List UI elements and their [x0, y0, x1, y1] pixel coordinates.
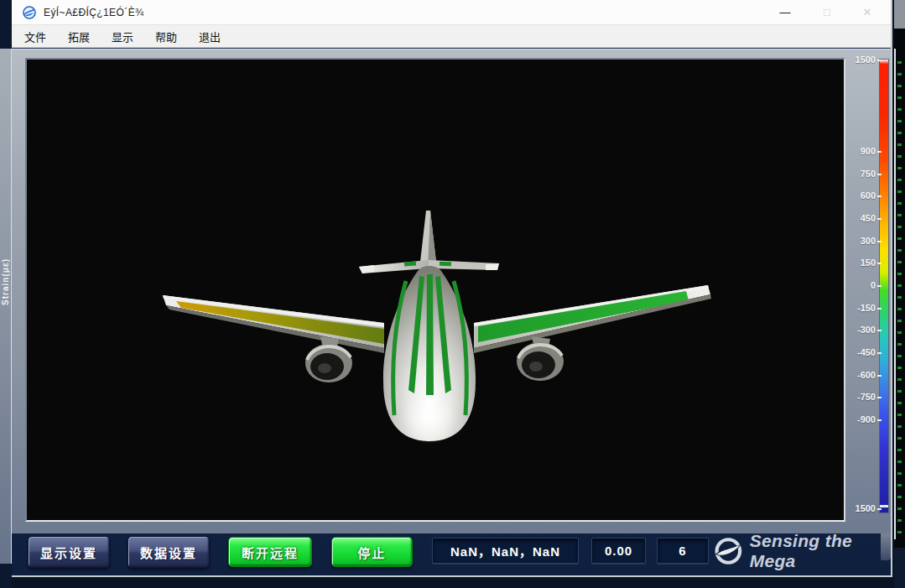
- sensing-logo-icon: [713, 534, 744, 568]
- menu-item-extend[interactable]: 拓展: [59, 26, 99, 47]
- menu-item-file[interactable]: 文件: [15, 26, 55, 47]
- brand-logo: Sensing the Mega: [713, 533, 891, 569]
- engine-right: [517, 336, 564, 381]
- colorbar-tick: 600: [849, 190, 876, 200]
- colorbar-tick: -150: [849, 303, 876, 313]
- colorbar-tick: 150: [849, 258, 876, 268]
- viewer-panel: [12, 49, 891, 533]
- strain-colorbar: 1500 900 750 600 450 300 150 0 -150 -300…: [849, 49, 891, 533]
- display-settings-button[interactable]: 显示设置: [28, 536, 110, 568]
- colorbar-tick: 0: [849, 280, 876, 290]
- colorbar-tick: 450: [849, 213, 876, 223]
- maximize-button[interactable]: □: [809, 0, 845, 25]
- menu-item-display[interactable]: 显示: [102, 26, 143, 47]
- app-window: EýÍ~A£ĐÍÇ¿1EÓ´È¾ — □ ✕ 文件 拓展 显示 帮助 退出: [12, 0, 892, 577]
- menu-item-exit[interactable]: 退出: [190, 26, 230, 47]
- disconnect-remote-button[interactable]: 断开远程: [228, 537, 312, 567]
- background-green-trace: [897, 52, 902, 534]
- screen: Strain(με) EýÍ~A£ĐÍÇ¿1EÓ´È¾ — □ ✕ 文件 拓展 …: [0, 0, 905, 588]
- colorbar-tick: -900: [849, 414, 876, 424]
- colorbar-tick: -600: [849, 370, 876, 380]
- background-window-strip-right: [894, 0, 905, 588]
- menu-item-help[interactable]: 帮助: [146, 26, 186, 47]
- brand-logo-text: Sensing the Mega: [750, 531, 891, 571]
- colorbar-tick: 300: [849, 236, 876, 246]
- background-colorbar-strip: Strain(με): [0, 49, 12, 564]
- coordinates-readout: NaN，NaN，NaN: [432, 538, 579, 564]
- colorbar-tick: 750: [849, 169, 876, 179]
- background-scrollbar: [894, 49, 896, 539]
- airplane-model: [27, 60, 844, 520]
- background-strip-bottom: [894, 548, 905, 588]
- colorbar-tick: 900: [849, 146, 876, 156]
- background-window-strip-left: Strain(με): [0, 0, 12, 588]
- count-readout: 6: [657, 538, 709, 564]
- colorbar-tick: -750: [849, 392, 876, 402]
- window-title: EýÍ~A£ĐÍÇ¿1EÓ´È¾: [44, 7, 143, 18]
- viewport-3d[interactable]: [25, 58, 845, 522]
- menu-bar: 文件 拓展 显示 帮助 退出: [12, 25, 891, 48]
- colorbar-tick: 1500: [849, 55, 876, 65]
- data-settings-button[interactable]: 数据设置: [127, 536, 210, 568]
- value-readout: 0.00: [591, 538, 646, 564]
- close-button[interactable]: ✕: [849, 0, 886, 25]
- colorbar-end-mark: [880, 505, 888, 507]
- minimize-button[interactable]: —: [767, 0, 804, 25]
- title-bar: EýÍ~A£ĐÍÇ¿1EÓ´È¾ — □ ✕: [12, 0, 891, 25]
- colorbar-tick: -300: [849, 325, 876, 335]
- colorbar-tick: -450: [849, 347, 876, 357]
- stop-button[interactable]: 停止: [331, 537, 413, 567]
- globe-icon: [23, 6, 36, 19]
- colorbar-tick: 1500: [849, 503, 876, 513]
- background-strip-top: [894, 0, 905, 29]
- strain-axis-label: Strain(με): [1, 258, 11, 305]
